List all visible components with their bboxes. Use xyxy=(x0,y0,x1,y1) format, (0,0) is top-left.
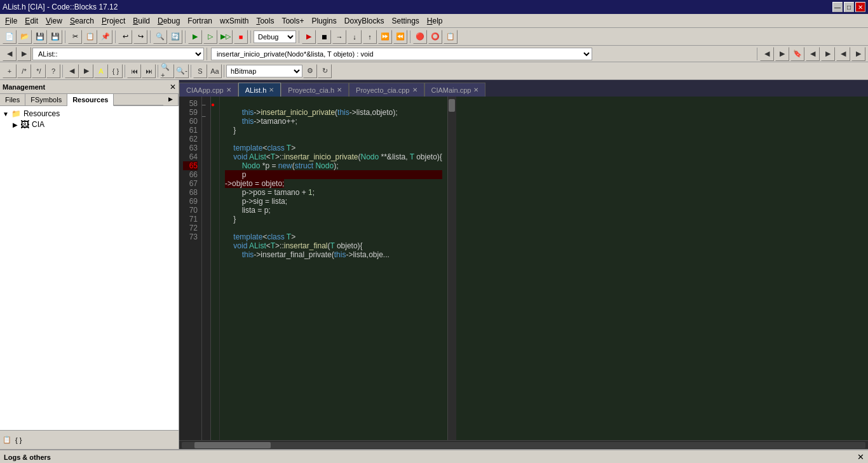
paste-btn[interactable]: 📌 xyxy=(98,30,112,44)
refresh-icon-btn[interactable]: ↻ xyxy=(318,64,332,78)
redo-btn[interactable]: ↪ xyxy=(133,30,147,44)
nav-forward-btn[interactable]: ▶ xyxy=(17,47,31,61)
tab-resources[interactable]: Resources xyxy=(67,94,114,106)
nav-btn3[interactable]: ◀ xyxy=(806,47,820,61)
next-btn-code[interactable]: ⏭ xyxy=(142,64,156,78)
tab-proyecto-h[interactable]: Proyecto_cia.h ✕ xyxy=(281,83,349,97)
build-run-btn[interactable]: ▶▷ xyxy=(219,30,233,44)
highlight-btn[interactable]: A xyxy=(94,64,108,78)
menu-fortran[interactable]: Fortran xyxy=(184,15,216,27)
bookmark-btn[interactable]: 🔖 xyxy=(790,47,804,61)
hscroll-thumb[interactable] xyxy=(194,442,271,448)
tab-expand[interactable]: ▶ xyxy=(163,94,179,105)
tab-ciamain[interactable]: CIAMain.cpp ✕ xyxy=(424,83,486,97)
hscroll-track[interactable] xyxy=(182,442,865,448)
tab-alist-h[interactable]: AList.h ✕ xyxy=(238,83,281,97)
tab-close-ciamain[interactable]: ✕ xyxy=(473,86,478,93)
prev-btn[interactable]: ⏮ xyxy=(127,64,141,78)
zoom-out-btn[interactable]: 🔍- xyxy=(175,64,189,78)
step-over-btn[interactable]: → xyxy=(332,30,346,44)
prev-bp-btn[interactable]: ⏪ xyxy=(393,30,407,44)
add-comment-btn[interactable]: /* xyxy=(17,64,31,78)
nav-btn5[interactable]: ◀ xyxy=(836,47,850,61)
nav-right-btn[interactable]: ▶ xyxy=(79,64,93,78)
run-btn[interactable]: ▷ xyxy=(203,30,217,44)
tree-root[interactable]: ▼ 📁 Resources xyxy=(3,109,176,119)
menu-tools-plus[interactable]: Tools+ xyxy=(278,15,308,27)
menu-settings[interactable]: Settings xyxy=(388,15,423,27)
menu-help[interactable]: Help xyxy=(423,15,447,27)
tree-cia[interactable]: ▶ 🖼 CIA xyxy=(3,119,176,130)
step-out-btn[interactable]: ↑ xyxy=(363,30,377,44)
logs-close-btn[interactable]: ✕ xyxy=(857,452,864,462)
find-btn[interactable]: 🔍 xyxy=(153,30,167,44)
nav-back-btn[interactable]: ◀ xyxy=(3,47,17,61)
next-bp-btn[interactable]: ⏩ xyxy=(378,30,392,44)
function-dropdown[interactable]: insertar_inicio_private(Nodo*&lista, T o… xyxy=(211,48,592,60)
tab-close-proyecto-cpp[interactable]: ✕ xyxy=(412,86,417,93)
new-file-btn[interactable]: + xyxy=(3,64,17,78)
build-btn[interactable]: ▶ xyxy=(188,30,202,44)
menu-view[interactable]: View xyxy=(42,15,66,27)
syntax-select[interactable]: hBitmap xyxy=(226,65,302,77)
step-in-btn[interactable]: ↓ xyxy=(348,30,362,44)
save-all-btn[interactable]: 💾 xyxy=(48,30,62,44)
maximize-button[interactable]: □ xyxy=(844,2,854,12)
build-config-dropdown[interactable]: Debug Release xyxy=(254,30,296,43)
find-replace-btn[interactable]: 🔄 xyxy=(168,30,182,44)
open-btn[interactable]: 📂 xyxy=(18,30,32,44)
menu-build[interactable]: Build xyxy=(129,15,154,27)
nav-left-btn[interactable]: ◀ xyxy=(65,64,79,78)
tab-close-proyecto-h[interactable]: ✕ xyxy=(337,86,342,93)
nav-btn2[interactable]: ▶ xyxy=(775,47,789,61)
code-icon[interactable]: 📋 xyxy=(3,436,11,444)
stop-btn[interactable]: ■ xyxy=(234,30,248,44)
search-icon-btn[interactable]: S xyxy=(193,64,207,78)
tab-proyecto-cpp[interactable]: Proyecto_cia.cpp ✕ xyxy=(349,83,424,97)
code-editor[interactable]: this->insertar_inicio_private(this->list… xyxy=(220,97,447,440)
nav-btn1[interactable]: ◀ xyxy=(760,47,774,61)
nav-arrows: ◀ ▶ xyxy=(3,47,31,61)
menu-tools[interactable]: Tools xyxy=(252,15,278,27)
tab-fsymbols[interactable]: FSymbols xyxy=(25,94,67,105)
clear-bp-btn[interactable]: ⭕ xyxy=(428,30,442,44)
code-hscroll[interactable] xyxy=(179,440,868,449)
code-vscroll[interactable] xyxy=(447,97,456,440)
nav-btn6[interactable]: ▶ xyxy=(851,47,865,61)
help-btn[interactable]: ? xyxy=(46,64,60,78)
end-comment-btn[interactable]: */ xyxy=(32,64,46,78)
tab-close-alist[interactable]: ✕ xyxy=(269,86,274,93)
bp-list-btn[interactable]: 📋 xyxy=(444,30,458,44)
match-case-btn[interactable]: Aa xyxy=(208,64,222,78)
code-scroll-area[interactable]: 5859606162 636465 6667686970 717273 – – … xyxy=(179,97,868,440)
menu-debug[interactable]: Debug xyxy=(154,15,184,27)
close-button[interactable]: ✕ xyxy=(855,2,865,12)
debug-stop-btn[interactable]: ⏹ xyxy=(317,30,331,44)
tab-files[interactable]: Files xyxy=(0,94,25,105)
menu-file[interactable]: File xyxy=(1,15,21,27)
menu-wxsmith[interactable]: wxSmith xyxy=(216,15,252,27)
tab-ciaapp-cpp[interactable]: CIAApp.cpp ✕ xyxy=(179,83,238,97)
toggle-bp-btn[interactable]: 🔴 xyxy=(413,30,427,44)
match-btn[interactable]: { } xyxy=(109,64,123,78)
tab-close-ciaapp[interactable]: ✕ xyxy=(226,86,231,93)
new-btn[interactable]: 📄 xyxy=(3,30,17,44)
nav-btn4[interactable]: ▶ xyxy=(821,47,835,61)
sep2 xyxy=(115,30,116,43)
debug-btn[interactable]: ▶ xyxy=(302,30,316,44)
cia-icon: 🖼 xyxy=(20,119,29,130)
undo-btn[interactable]: ↩ xyxy=(118,30,132,44)
management-close[interactable]: ✕ xyxy=(170,83,176,91)
menu-edit[interactable]: Edit xyxy=(21,15,42,27)
menu-project[interactable]: Project xyxy=(98,15,129,27)
minimize-button[interactable]: — xyxy=(832,2,843,12)
zoom-in-btn[interactable]: 🔍+ xyxy=(160,64,174,78)
copy-btn[interactable]: 📋 xyxy=(83,30,97,44)
menu-plugins[interactable]: Plugins xyxy=(308,15,340,27)
class-dropdown[interactable]: AList:: xyxy=(32,48,204,60)
cut-btn[interactable]: ✂ xyxy=(68,30,82,44)
menu-doxyblocks[interactable]: DoxyBlocks xyxy=(341,15,388,27)
settings-icon-btn[interactable]: ⚙ xyxy=(303,64,317,78)
save-btn[interactable]: 💾 xyxy=(33,30,47,44)
menu-search[interactable]: Search xyxy=(66,15,98,27)
